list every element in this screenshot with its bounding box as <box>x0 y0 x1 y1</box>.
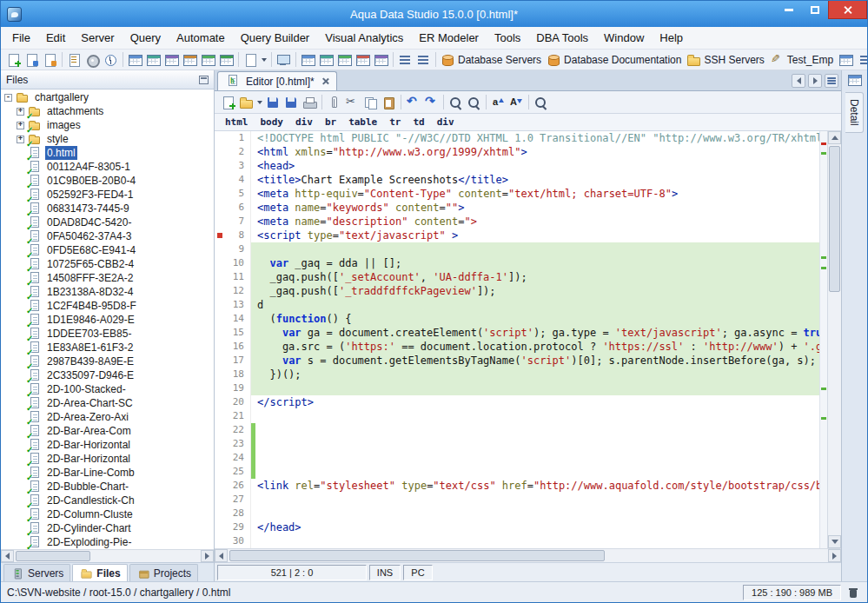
tag-button-tr[interactable]: tr <box>389 116 401 128</box>
tree-item-01c9b0eb-20b0-4[interactable]: ✓01C9B0EB-20B0-4 <box>1 174 214 188</box>
query-analyzer-icon[interactable] <box>126 50 144 69</box>
tree-item-2d-candlestick-ch[interactable]: ✓2D-Candlestick-Ch <box>1 494 214 507</box>
panel-float-icon[interactable] <box>199 76 209 84</box>
tag-button-br[interactable]: br <box>325 116 336 128</box>
tree-item-2c335097-d946-e[interactable]: ✓2C335097-D946-E <box>1 368 214 382</box>
row-delete-icon[interactable] <box>354 50 372 69</box>
tree-item-2d-bar-area-com[interactable]: ✓2D-Bar-Area-Com <box>1 424 214 438</box>
grid-insert-icon[interactable] <box>199 50 217 69</box>
tree-hscrollbar[interactable] <box>1 549 214 562</box>
menu-help[interactable]: Help <box>652 28 691 48</box>
pivot-grid-icon[interactable] <box>162 50 181 69</box>
tag-button-div[interactable]: div <box>295 116 313 128</box>
maximize-button[interactable] <box>802 1 828 19</box>
editor-hscrollbar[interactable] <box>215 548 841 562</box>
tree-item-2d-column-cluste[interactable]: ✓2D-Column-Cluste <box>1 507 214 521</box>
expand-icon[interactable]: + <box>17 108 24 116</box>
scroll-right-icon[interactable] <box>828 549 841 562</box>
menu-file[interactable]: File <box>4 28 38 48</box>
tree-item-attachments[interactable]: +✓attachments <box>1 104 214 118</box>
tab-list-icon[interactable] <box>825 74 838 88</box>
menu-window[interactable]: Window <box>596 28 652 48</box>
paste-icon[interactable] <box>380 93 398 111</box>
row-insert-icon[interactable] <box>335 50 354 69</box>
minimize-button[interactable] <box>776 1 802 19</box>
menu-dba-tools[interactable]: DBA Tools <box>528 28 596 48</box>
tree-item-2d-area-chart-sc[interactable]: ✓2D-Area-Chart-SC <box>1 396 214 410</box>
import-connections-icon[interactable] <box>23 50 41 69</box>
tag-button-td[interactable]: td <box>414 116 425 128</box>
find-next-icon[interactable] <box>465 93 483 111</box>
tree-item-2d-area-zero-axi[interactable]: ✓2D-Area-Zero-Axi <box>1 410 214 424</box>
tree-item-052592f3-fed4-1[interactable]: ✓052592F3-FED4-1 <box>1 188 214 202</box>
table-data-icon[interactable] <box>299 50 317 69</box>
close-button[interactable] <box>828 1 867 19</box>
expand-icon[interactable]: + <box>17 136 24 143</box>
panel-tab-servers[interactable]: Servers <box>3 564 70 581</box>
list-view-icon[interactable] <box>396 50 414 69</box>
file-format[interactable]: PC <box>403 565 433 580</box>
automation-icon[interactable] <box>83 50 102 69</box>
font-increase-icon[interactable] <box>489 93 507 111</box>
tree-item-00112a4f-8305-1[interactable]: ✓00112A4F-8305-1 <box>1 160 214 174</box>
tab-editor[interactable]: Editor [0.html]* <box>217 71 337 90</box>
grid-results-icon[interactable] <box>144 50 162 69</box>
panel-tab-projects[interactable]: Projects <box>129 564 198 581</box>
save-icon[interactable] <box>264 93 282 111</box>
window-layout-icon[interactable] <box>837 50 855 69</box>
insert-mode[interactable]: INS <box>369 565 401 580</box>
new-file-icon[interactable] <box>219 93 237 111</box>
ssh-servers-button[interactable]: SSH Servers <box>685 50 767 69</box>
scroll-left-icon[interactable] <box>1 550 14 562</box>
tag-button-html[interactable]: html <box>225 116 248 128</box>
tree-item-0fd5e68c-e941-4[interactable]: ✓0FD5E68C-E941-4 <box>1 243 214 257</box>
detail-view-icon[interactable] <box>414 50 433 69</box>
scheduler-icon[interactable] <box>102 50 120 69</box>
open-file-icon[interactable] <box>237 93 264 111</box>
menu-query-builder[interactable]: Query Builder <box>233 28 317 48</box>
expand-icon[interactable]: + <box>17 122 24 129</box>
detail-panel-icon[interactable] <box>847 73 862 87</box>
scroll-thumb[interactable] <box>829 146 840 292</box>
tree-item-0dad8d4c-5420[interactable]: ✓0DAD8D4C-5420- <box>1 215 214 229</box>
attach-icon[interactable] <box>325 93 343 111</box>
tree-item-2d-bar-horizontal[interactable]: ✓2D-Bar-Horizontal <box>1 438 214 452</box>
garbage-collect-icon[interactable] <box>846 586 861 600</box>
redo-icon[interactable] <box>422 93 441 111</box>
open-document-button[interactable] <box>242 50 268 69</box>
column-filter-icon[interactable] <box>372 50 390 69</box>
database-servers-button[interactable]: Database Servers <box>439 50 545 69</box>
scroll-up-icon[interactable] <box>828 131 841 144</box>
export-connections-icon[interactable] <box>41 50 59 69</box>
menu-edit[interactable]: Edit <box>38 28 73 48</box>
tab-scroll-left-icon[interactable] <box>792 74 805 88</box>
tree-item-2d-bubble-chart[interactable]: ✓2D-Bubble-Chart- <box>1 480 214 494</box>
tree-item-2d-100-stacked[interactable]: ✓2D-100-Stacked- <box>1 382 214 396</box>
scroll-right-icon[interactable] <box>201 550 214 562</box>
tab-scroll-right-icon[interactable] <box>808 74 822 88</box>
search-icon[interactable] <box>532 93 550 111</box>
print-icon[interactable] <box>301 93 319 111</box>
menu-er-modeler[interactable]: ER Modeler <box>411 28 487 48</box>
scroll-down-icon[interactable] <box>828 535 841 548</box>
database-documentation-button[interactable]: Database Documentation <box>545 50 685 69</box>
tree-item-2d-bar-line-comb[interactable]: ✓2D-Bar-Line-Comb <box>1 466 214 480</box>
tree-item-1c2f4b4b-95d8-f[interactable]: ✓1C2F4B4B-95D8-F <box>1 299 214 313</box>
tree-item-2d-bar-horizontal[interactable]: ✓2D-Bar-Horizontal <box>1 452 214 466</box>
tree-item-1d1e9846-a029-e[interactable]: ✓1D1E9846-A029-E <box>1 313 214 327</box>
scroll-thumb[interactable] <box>16 551 90 561</box>
file-tree[interactable]: -chartgallery+✓attachments+✓images+✓styl… <box>1 89 214 549</box>
save-as-icon[interactable] <box>282 93 301 111</box>
undo-icon[interactable] <box>404 93 422 111</box>
editor-vscrollbar[interactable] <box>827 131 841 548</box>
tab-detail[interactable]: Detail <box>845 92 864 133</box>
panel-tab-files[interactable]: Files <box>72 564 127 581</box>
scroll-thumb[interactable] <box>229 550 605 561</box>
tree-item-10725f65-cbb2-4[interactable]: ✓10725F65-CBB2-4 <box>1 257 214 271</box>
collapse-icon[interactable]: - <box>4 94 12 102</box>
server-monitor-icon[interactable] <box>275 50 293 69</box>
tree-item-chartgallery[interactable]: -chartgallery <box>1 90 214 104</box>
register-server-icon[interactable] <box>4 50 23 69</box>
find-icon[interactable] <box>447 93 465 111</box>
test-emp-button[interactable]: Test_Emp <box>768 50 837 69</box>
